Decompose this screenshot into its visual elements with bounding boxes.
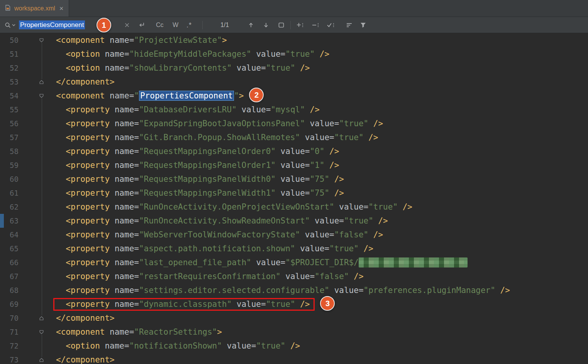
code-line-62[interactable]: 62 <property name="RunOnceActivity.OpenP… [0,200,588,214]
code-line-63[interactable]: 63 <property name="RunOnceActivity.ShowR… [0,214,588,228]
line-number: 69 [0,297,27,311]
fold-gutter [27,103,56,117]
code-line-65[interactable]: 65 <property name="aspect.path.notificat… [0,242,588,256]
code-line-53[interactable]: 53</component> [0,75,588,89]
match-case-toggle[interactable]: Cc [156,17,164,33]
toolbar-divider [202,21,203,29]
annotation-badge-2: 2 [249,88,264,102]
code-line-61[interactable]: 61 <property name="RequestMappingsPanelW… [0,186,588,200]
code-text: <component name="PropertiesComponent">2 [56,89,588,103]
fold-start-icon[interactable] [27,325,56,339]
line-number: 70 [0,311,27,325]
fold-gutter [27,256,56,269]
code-text: <property name="dynamic.classpath" value… [56,297,588,311]
remove-occurrence-icon[interactable] [312,17,320,33]
code-text: <option name="showLibraryContents" value… [56,61,588,75]
line-number: 65 [0,242,27,256]
code-line-69[interactable]: 69 <property name="dynamic.classpath" va… [0,297,588,311]
code-text: <property name="last_opened_file_path" v… [56,256,588,269]
code-line-50[interactable]: 50<component name="ProjectViewState"> [0,33,588,47]
code-text: </component> [56,311,588,325]
annotation-box: <property name="dynamic.classpath" value… [53,298,315,311]
fold-gutter [27,228,56,242]
tab-label: workspace.xml [14,5,55,12]
search-match: PropertiesComponent [139,91,234,101]
regex-toggle[interactable]: .* [186,17,192,33]
line-number: 61 [0,186,27,200]
code-line-55[interactable]: 55 <property name="DatabaseDriversLRU" v… [0,103,588,117]
line-number: 53 [0,75,27,89]
code-text: <property name="RequestMappingsPanelWidt… [56,172,588,186]
code-line-67[interactable]: 67 <property name="restartRequiresConfir… [0,269,588,283]
clear-search-icon[interactable] [124,17,130,33]
tab-workspace-xml[interactable]: workspace.xml × [0,0,69,17]
code-text: <option name="hideEmptyMiddlePackages" v… [56,47,588,61]
fold-gutter [27,297,56,311]
fold-start-icon[interactable] [27,33,56,47]
code-line-73[interactable]: 73</component> [0,353,588,364]
fold-start-icon[interactable] [27,89,56,103]
code-text: <property name="settings.editor.selected… [56,283,588,297]
toolbar-divider [290,21,291,29]
fold-gutter [27,158,56,172]
code-line-54[interactable]: 54<component name="PropertiesComponent">… [0,89,588,103]
line-number: 57 [0,130,27,144]
code-line-60[interactable]: 60 <property name="RequestMappingsPanelW… [0,172,588,186]
line-number: 52 [0,61,27,75]
next-occurrence-icon[interactable] [263,17,269,33]
code-line-59[interactable]: 59 <property name="RequestMappingsPanelO… [0,158,588,172]
fold-end-icon[interactable] [27,75,56,89]
add-occurrence-icon[interactable] [297,17,304,33]
search-history-chevron[interactable] [12,24,15,26]
editor-pane: 50<component name="ProjectViewState">51 … [0,33,588,364]
code-line-56[interactable]: 56 <property name="ExpandSpringBootJavaO… [0,117,588,130]
line-number: 63 [0,214,27,228]
code-line-68[interactable]: 68 <property name="settings.editor.selec… [0,283,588,297]
code-line-71[interactable]: 71<component name="ReactorSettings"> [0,325,588,339]
line-number: 66 [0,256,27,269]
code-line-66[interactable]: 66 <property name="last_opened_file_path… [0,256,588,269]
code-line-64[interactable]: 64 <property name="WebServerToolWindowFa… [0,228,588,242]
line-number: 64 [0,228,27,242]
code-rows: 50<component name="ProjectViewState">51 … [0,33,588,364]
fold-gutter [27,242,56,256]
code-text: <option name="notificationShown" value="… [56,339,588,353]
code-line-51[interactable]: 51 <option name="hideEmptyMiddlePackages… [0,47,588,61]
search-options-icon[interactable] [346,17,352,33]
search-input[interactable]: PropertiesComponent [5,17,85,33]
code-text: <property name="RunOnceActivity.ShowRead… [56,214,588,228]
open-in-find-window-icon[interactable] [278,17,285,33]
code-line-72[interactable]: 72 <option name="notificationShown" valu… [0,339,588,353]
fold-gutter [27,130,56,144]
line-number: 62 [0,200,27,214]
fold-gutter [27,269,56,283]
fold-end-icon[interactable] [27,311,56,325]
code-line-70[interactable]: 70</component> [0,311,588,325]
fold-end-icon[interactable] [27,353,56,364]
code-text: <component name="ProjectViewState"> [56,33,588,47]
search-query[interactable]: PropertiesComponent [19,21,85,29]
fold-gutter [27,144,56,158]
code-line-52[interactable]: 52 <option name="showLibraryContents" va… [0,61,588,75]
code-text: </component> [56,75,588,89]
filter-funnel-icon[interactable] [360,17,366,33]
words-toggle[interactable]: W [173,17,178,33]
code-text: <property name="aspect.path.notification… [56,242,588,256]
newline-icon[interactable] [138,17,145,33]
code-line-57[interactable]: 57 <property name="Git.Branch.Popup.Show… [0,130,588,144]
code-text: <property name="DatabaseDriversLRU" valu… [56,103,588,117]
fold-gutter [27,214,56,228]
line-number: 71 [0,325,27,339]
prev-occurrence-icon[interactable] [248,17,254,33]
fold-gutter [27,186,56,200]
redacted-blur [359,257,468,267]
annotation-badge-1: 1 [97,18,111,32]
fold-gutter [27,117,56,130]
close-tab-icon[interactable]: × [59,5,64,12]
gutter-highlight [0,214,4,228]
line-number: 73 [0,353,27,364]
code-line-58[interactable]: 58 <property name="RequestMappingsPanelO… [0,144,588,158]
code-text: <property name="ExpandSpringBootJavaOpti… [56,117,588,130]
code-text: <property name="RequestMappingsPanelOrde… [56,158,588,172]
select-all-occurrences-icon[interactable] [327,17,335,33]
